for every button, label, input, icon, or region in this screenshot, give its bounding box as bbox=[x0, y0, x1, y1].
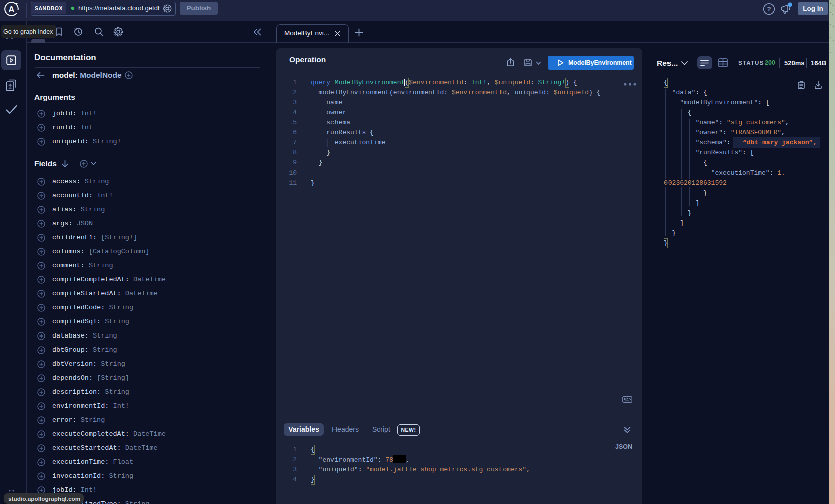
svg-text:A: A bbox=[8, 5, 14, 14]
svg-text:?: ? bbox=[767, 5, 771, 13]
